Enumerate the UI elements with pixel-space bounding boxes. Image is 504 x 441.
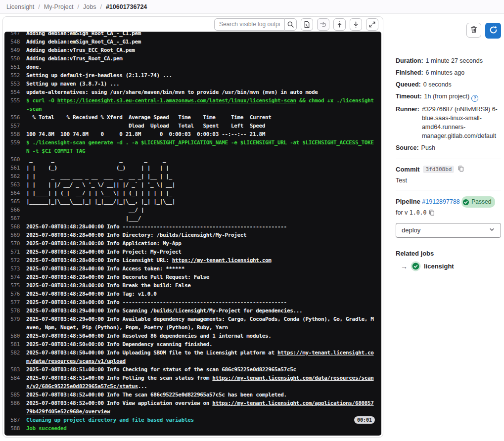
- log-line-number[interactable]: 552: [4, 71, 26, 80]
- log-line-number[interactable]: 565: [4, 197, 26, 206]
- log-line-number[interactable]: 573: [4, 265, 26, 273]
- copy-ref-button[interactable]: [428, 209, 435, 218]
- log-line-number[interactable]: 551: [4, 63, 26, 71]
- log-line: 5702025-07-08T03:48:28+00:00 Info Applic…: [4, 239, 381, 248]
- detail-label: Queued:: [396, 80, 421, 89]
- job-status-passed-icon: [412, 263, 419, 270]
- retry-job-button[interactable]: [485, 23, 501, 39]
- log-line-number[interactable]: 564: [4, 189, 26, 197]
- log-line-number[interactable]: 587: [4, 416, 26, 424]
- log-line-number[interactable]: 583: [4, 365, 26, 374]
- log-line-number[interactable]: 570: [4, 239, 26, 248]
- scroll-to-bottom-button[interactable]: [350, 18, 362, 31]
- log-line: 5852025-07-08T03:48:52+00:00 Info The sc…: [4, 391, 381, 399]
- breadcrumb-item[interactable]: Licensight: [6, 3, 34, 10]
- scroll-to-top-button[interactable]: [333, 18, 346, 31]
- log-line-number[interactable]: 563: [4, 180, 26, 189]
- log-line-number[interactable]: 547: [4, 32, 26, 38]
- log-line-number[interactable]: 568: [4, 222, 26, 231]
- log-line: 557 Dload Upload Total Spent Left Speed: [4, 122, 381, 130]
- log-line-number[interactable]: 575: [4, 281, 26, 290]
- breadcrumb: Licensight/My-Project/Jobs/#10601736724: [0, 0, 504, 14]
- jump-to-failure-icon: [320, 21, 327, 28]
- log-line-number[interactable]: 548: [4, 38, 26, 46]
- log-line: 562| | _ ___ ___ _ __ ___ _ __ _| |__ | …: [4, 172, 381, 180]
- log-line-number[interactable]: 580: [4, 332, 26, 340]
- stage-select[interactable]: deploy: [396, 223, 501, 238]
- log-line: 548Adding debian:emSign_Root_CA_-_G1.pem: [4, 38, 381, 46]
- pipeline-ref[interactable]: 1.0.0: [410, 209, 427, 216]
- copy-commit-sha-button[interactable]: [458, 165, 464, 174]
- log-line-number[interactable]: 557: [4, 122, 26, 130]
- log-line: 567 |___/: [4, 214, 381, 222]
- log-line-number[interactable]: 560: [4, 155, 26, 164]
- log-line-number[interactable]: 558: [4, 130, 26, 138]
- log-line-number[interactable]: 584: [4, 374, 26, 391]
- breadcrumb-item[interactable]: #10601736724: [106, 3, 147, 10]
- log-line-number[interactable]: 553: [4, 80, 26, 88]
- search-button[interactable]: [284, 18, 297, 31]
- log-line-number[interactable]: 559: [4, 138, 26, 155]
- commit-message: Test: [396, 177, 501, 184]
- log-link[interactable]: https://my-tenant.licensight.com/applica…: [26, 400, 374, 415]
- breadcrumb-item[interactable]: Jobs: [83, 3, 96, 10]
- log-line-number[interactable]: 555: [4, 96, 26, 113]
- log-line: 566 __/ |: [4, 206, 381, 214]
- log-line-number[interactable]: 579: [4, 315, 26, 332]
- log-link[interactable]: https://my-tenant.licensight.com: [172, 257, 272, 264]
- related-job-name[interactable]: licensight: [424, 263, 454, 270]
- log-line-number[interactable]: 567: [4, 214, 26, 222]
- log-line: 5862025-07-08T03:48:52+00:00 Info View a…: [4, 399, 381, 416]
- divider: [396, 159, 501, 159]
- log-line-content: __/ |: [26, 206, 381, 214]
- log-line-number[interactable]: 569: [4, 231, 26, 239]
- log-line-content: 2025-07-08T03:48:28+00:00 Info Access to…: [26, 265, 381, 273]
- log-line-number[interactable]: 588: [4, 424, 26, 433]
- log-line-number[interactable]: 571: [4, 248, 26, 256]
- log-line-number[interactable]: 585: [4, 391, 26, 399]
- copy-icon: [458, 165, 464, 174]
- log-line-content: 2025-07-08T03:48:28+00:00 Info Directory…: [26, 231, 381, 239]
- log-line-number[interactable]: 566: [4, 206, 26, 214]
- fullscreen-button[interactable]: [366, 18, 378, 31]
- log-line-number[interactable]: 577: [4, 298, 26, 307]
- log-line-content: update-alternatives: using /usr/share/ma…: [26, 88, 381, 96]
- log-line: 559$ ./licensight-scan generate -d . -a …: [4, 138, 381, 155]
- pipeline-id-link[interactable]: #1912897788: [422, 198, 459, 205]
- pipeline-label: Pipeline: [396, 198, 420, 205]
- log-line-number[interactable]: 556: [4, 113, 26, 122]
- log-line-number[interactable]: 562: [4, 172, 26, 180]
- log-line-number[interactable]: 574: [4, 273, 26, 281]
- log-line-number[interactable]: 572: [4, 256, 26, 265]
- log-line: 558100 74.8M 100 74.8M 0 0 21.8M 0 0:00:…: [4, 130, 381, 138]
- search-input[interactable]: [214, 18, 284, 31]
- log-link[interactable]: https://my-tenant.licensight.com/data/re…: [26, 350, 374, 364]
- raw-log-button[interactable]: [301, 18, 313, 31]
- log-line-content: |___/: [26, 214, 381, 222]
- log-line-number[interactable]: 549: [4, 46, 26, 54]
- log-line-number[interactable]: 561: [4, 164, 26, 172]
- help-icon[interactable]: ?: [471, 95, 478, 102]
- log-link[interactable]: https://licensight.s3.eu-central-1.amazo…: [57, 97, 296, 104]
- erase-log-button[interactable]: [466, 23, 481, 38]
- log-line-number[interactable]: 581: [4, 340, 26, 349]
- commit-label: Commit: [396, 166, 419, 173]
- log-line-content: 2025-07-08T03:48:29+00:00 Info Scanning …: [26, 307, 381, 315]
- jump-to-failure-button[interactable]: [317, 18, 329, 31]
- log-line-number[interactable]: 576: [4, 290, 26, 298]
- log-line-number[interactable]: 578: [4, 307, 26, 315]
- stage-select-value: deploy: [402, 226, 420, 234]
- log-line-content: 2025-07-08T03:48:28+00:00 Info Break the…: [26, 281, 381, 290]
- pipeline-status-badge[interactable]: Passed: [461, 196, 495, 207]
- log-line-number[interactable]: 586: [4, 399, 26, 416]
- log-line-number[interactable]: 582: [4, 349, 26, 365]
- related-job-item[interactable]: →licensight: [396, 263, 501, 270]
- log-link[interactable]: https://my-tenant.licensight.com/data/re…: [26, 375, 374, 390]
- breadcrumb-item[interactable]: My-Project: [44, 3, 74, 10]
- commit-sha-link[interactable]: 3fd308bd: [423, 166, 454, 173]
- log-line-number[interactable]: 554: [4, 88, 26, 96]
- log-line-number[interactable]: 550: [4, 54, 26, 63]
- job-log-output[interactable]: 547Adding debian:emSign_Root_CA_-_C1.pem…: [4, 32, 381, 436]
- job-detail-row: Source:Push: [396, 143, 501, 152]
- arrow-right-icon: →: [401, 263, 408, 270]
